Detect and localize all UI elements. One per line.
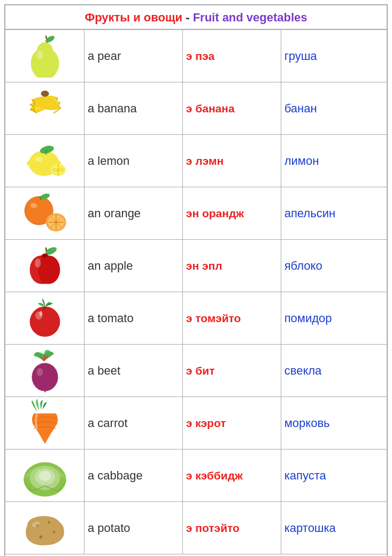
- fruit-image-carrot: [18, 399, 72, 445]
- fruit-image-banana: [18, 85, 72, 130]
- image-cell-apple: [5, 240, 84, 292]
- fruit-image-potato: [18, 504, 72, 550]
- english-cell-apple: an apple: [84, 240, 183, 292]
- image-cell-orange: [5, 187, 84, 240]
- svg-point-44: [39, 471, 51, 481]
- english-cell-cabbage: a cabbage: [84, 450, 183, 502]
- image-cell-cabbage: [5, 450, 84, 502]
- svg-point-49: [52, 531, 55, 534]
- svg-point-50: [39, 536, 42, 539]
- fruit-image-orange: [18, 189, 72, 235]
- svg-point-35: [39, 311, 42, 316]
- table-row: a pear э пэа груша: [5, 30, 387, 82]
- svg-point-32: [29, 307, 60, 337]
- svg-point-5: [41, 90, 49, 96]
- transcription-cell-pear: э пэа: [182, 30, 281, 82]
- transcription-cell-orange: эн орандж: [182, 187, 281, 240]
- image-cell-beet: [5, 345, 84, 397]
- svg-rect-29: [41, 256, 49, 284]
- table-row: a tomato э томэйто помидор: [5, 292, 387, 345]
- image-cell-potato: [5, 502, 84, 554]
- svg-point-30: [42, 254, 48, 258]
- image-cell-carrot: [5, 397, 84, 450]
- image-cell-tomato: [5, 292, 84, 345]
- table-row: a carrot э кэрот морковь: [5, 397, 387, 450]
- table-row: a lemon э лэмн лимон: [5, 135, 387, 187]
- english-cell-orange: an orange: [84, 187, 183, 240]
- fruit-image-apple: [18, 242, 72, 287]
- transcription-cell-carrot: э кэрот: [182, 397, 281, 450]
- table-row: an apple эн эпл яблоко: [5, 240, 387, 292]
- russian-cell-carrot: морковь: [281, 397, 387, 450]
- russian-cell-tomato: помидор: [281, 292, 387, 345]
- svg-point-48: [48, 521, 50, 524]
- table-row: a banana э банана банан: [5, 82, 387, 135]
- watermark: www.igravradost.ru: [5, 554, 387, 556]
- vocabulary-table: a pear э пэа груша: [5, 30, 387, 554]
- english-cell-lemon: a lemon: [84, 135, 183, 187]
- russian-cell-cabbage: капуста: [281, 450, 387, 502]
- svg-point-4: [36, 50, 42, 59]
- english-cell-banana: a banana: [84, 82, 183, 135]
- title-separator: -: [182, 11, 193, 24]
- transcription-cell-beet: э бит: [182, 345, 281, 397]
- fruit-image-lemon: [18, 137, 72, 182]
- svg-point-40: [36, 368, 42, 376]
- table-row: a potato э потэйто картошка: [5, 502, 387, 554]
- english-cell-potato: a potato: [84, 502, 183, 554]
- fruit-image-cabbage: [18, 452, 72, 497]
- image-cell-lemon: [5, 135, 84, 187]
- vocabulary-card: Фрукты и овощи - Fruit and vegetables a …: [4, 4, 388, 556]
- russian-cell-banana: банан: [281, 82, 387, 135]
- russian-cell-apple: яблоко: [281, 240, 387, 292]
- table-row: a beet э бит свекла: [5, 345, 387, 397]
- fruit-image-tomato: [18, 294, 72, 340]
- transcription-cell-potato: э потэйто: [182, 502, 281, 554]
- title-russian: Фрукты и овощи: [84, 11, 182, 24]
- english-cell-pear: a pear: [84, 30, 183, 82]
- transcription-cell-banana: э банана: [182, 82, 281, 135]
- english-cell-carrot: a carrot: [84, 397, 183, 450]
- table-row: an orange эн орандж апельсин: [5, 187, 387, 240]
- image-cell-banana: [5, 82, 84, 135]
- russian-cell-pear: груша: [281, 30, 387, 82]
- transcription-cell-lemon: э лэмн: [182, 135, 281, 187]
- english-cell-beet: a beet: [84, 345, 183, 397]
- table-row: a cabbage э кэббидж капуста: [5, 450, 387, 502]
- title-english: Fruit and vegetables: [193, 11, 308, 24]
- image-cell-pear: [5, 30, 84, 82]
- english-cell-tomato: a tomato: [84, 292, 183, 345]
- svg-point-7: [27, 160, 35, 166]
- card-title: Фрукты и овощи - Fruit and vegetables: [5, 5, 387, 30]
- svg-point-39: [32, 363, 58, 391]
- russian-cell-beet: свекла: [281, 345, 387, 397]
- svg-point-31: [35, 258, 41, 268]
- russian-cell-lemon: лимон: [281, 135, 387, 187]
- transcription-cell-tomato: э томэйто: [182, 292, 281, 345]
- fruit-image-beet: [18, 347, 72, 392]
- transcription-cell-apple: эн эпл: [182, 240, 281, 292]
- svg-point-11: [35, 157, 42, 162]
- fruit-image-pear: [18, 32, 72, 78]
- russian-cell-potato: картошка: [281, 502, 387, 554]
- transcription-cell-cabbage: э кэббидж: [182, 450, 281, 502]
- svg-point-18: [30, 203, 37, 208]
- russian-cell-orange: апельсин: [281, 187, 387, 240]
